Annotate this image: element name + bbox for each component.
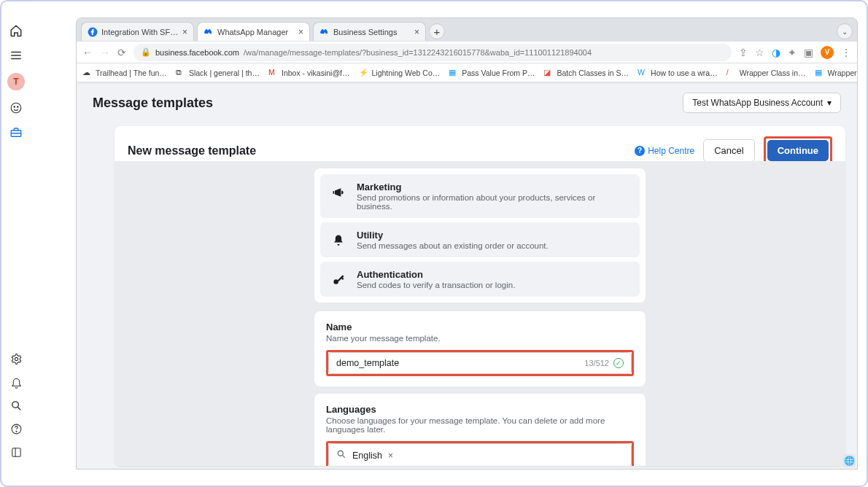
svg-line-10 bbox=[18, 407, 20, 410]
trailhead-icon: ☁ bbox=[82, 68, 93, 78]
tab-label: Business Settings bbox=[333, 28, 411, 36]
category-group: MarketingSend promotions or information … bbox=[314, 168, 646, 303]
page-content: Message templates Test WhatsApp Business… bbox=[77, 84, 857, 469]
profile-avatar[interactable]: V bbox=[821, 46, 834, 59]
new-tab-button[interactable]: + bbox=[429, 23, 445, 39]
category-title: Utility bbox=[357, 230, 549, 241]
form-column: MarketingSend promotions or information … bbox=[314, 168, 646, 466]
category-utility[interactable]: UtilitySend messages about an existing o… bbox=[320, 222, 640, 257]
svg-point-9 bbox=[12, 401, 18, 408]
bookmark-item[interactable]: /Wrapper Class in… bbox=[726, 68, 806, 78]
category-title: Marketing bbox=[357, 182, 631, 192]
extensions-icon[interactable]: ✦ bbox=[788, 47, 797, 58]
languages-label: Languages bbox=[326, 404, 634, 415]
languages-section: Languages Choose languages for your mess… bbox=[314, 394, 646, 466]
name-input-value: demo_template bbox=[336, 358, 584, 368]
svg-rect-13 bbox=[12, 448, 20, 456]
key-icon bbox=[329, 270, 348, 289]
url-domain: business.facebook.com bbox=[155, 48, 239, 57]
browser-tab-1[interactable]: WhatsApp Manager × bbox=[197, 22, 310, 41]
meta-favicon-icon bbox=[319, 27, 330, 37]
language-input[interactable]: English × bbox=[328, 443, 632, 466]
megaphone-icon bbox=[329, 183, 348, 202]
bookmark-item[interactable]: ◪Batch Classes in S… bbox=[543, 68, 629, 78]
name-char-counter: 13/512 bbox=[584, 359, 609, 367]
category-authentication[interactable]: AuthenticationSend codes to verify a tra… bbox=[320, 262, 640, 297]
bookmarks-bar: ☁Trailhead | The fun… ⧉Slack | general |… bbox=[77, 63, 857, 82]
notification-icon[interactable] bbox=[9, 375, 23, 389]
bookmark-item[interactable]: ⧉Slack | general | th… bbox=[176, 68, 260, 78]
language-chip-label: English bbox=[352, 451, 382, 461]
browser-window: Integration With SF - WhatsAp… × WhatsAp… bbox=[76, 17, 858, 470]
tenant-avatar[interactable]: T bbox=[7, 73, 25, 90]
gmail-icon: M bbox=[268, 68, 279, 78]
close-icon[interactable]: × bbox=[298, 27, 303, 37]
template-name-input[interactable]: demo_template 13/512 ✓ bbox=[328, 352, 632, 374]
help-centre-link[interactable]: ? Help Centre bbox=[635, 146, 694, 156]
shield-icon[interactable]: ◑ bbox=[772, 47, 780, 58]
page-header: Message templates Test WhatsApp Business… bbox=[77, 84, 857, 122]
close-icon[interactable]: × bbox=[182, 27, 187, 37]
toolbox-icon[interactable] bbox=[9, 125, 23, 140]
globe-icon[interactable]: 🌐 bbox=[842, 454, 856, 467]
collapse-icon[interactable] bbox=[9, 445, 23, 459]
highlight-name-input: demo_template 13/512 ✓ bbox=[326, 350, 634, 376]
highlight-language-input: English × bbox=[326, 441, 634, 466]
name-sublabel: Name your message template. bbox=[326, 334, 634, 343]
bookmark-item[interactable]: MInbox - vikasini@f… bbox=[268, 68, 350, 78]
chevron-down-icon[interactable]: ⌄ bbox=[837, 23, 853, 39]
facebook-favicon-icon bbox=[88, 27, 98, 37]
lock-icon: 🔒 bbox=[141, 47, 151, 57]
bookmark-item[interactable]: ▦Wrapper Class in… bbox=[815, 68, 857, 78]
svg-point-17 bbox=[338, 451, 343, 456]
toolbar-right: ⇪ ☆ ◑ ✦ ▣ V ⋮ bbox=[739, 46, 851, 59]
continue-button[interactable]: Continue bbox=[767, 140, 829, 161]
url-path: /wa/manage/message-templates/?business_i… bbox=[244, 48, 592, 57]
generic-bookmark-icon: W bbox=[638, 68, 648, 78]
bookmark-item[interactable]: ☁Trailhead | The fun… bbox=[82, 68, 167, 78]
app-left-sidebar: T bbox=[1, 17, 31, 470]
svg-point-16 bbox=[333, 279, 338, 284]
generic-bookmark-icon: ▦ bbox=[449, 68, 459, 78]
address-bar-row: ← → ⟳ 🔒 business.facebook.com/wa/manage/… bbox=[77, 42, 857, 63]
browser-tab-0[interactable]: Integration With SF - WhatsAp… × bbox=[81, 22, 194, 41]
help-icon: ? bbox=[635, 146, 645, 156]
svg-point-8 bbox=[15, 357, 18, 360]
account-selector[interactable]: Test WhatsApp Business Account ▾ bbox=[683, 93, 841, 113]
meta-favicon-icon bbox=[204, 27, 214, 37]
category-desc: Send promotions or information about you… bbox=[357, 193, 631, 211]
tab-label: WhatsApp Manager bbox=[217, 28, 295, 36]
face-icon[interactable] bbox=[9, 101, 23, 115]
bookmark-item[interactable]: WHow to use a wra… bbox=[638, 68, 718, 78]
settings-icon[interactable] bbox=[9, 351, 23, 366]
back-icon[interactable]: ← bbox=[82, 47, 93, 58]
panel-icon[interactable]: ▣ bbox=[804, 47, 813, 58]
close-icon[interactable]: × bbox=[414, 27, 419, 37]
svg-point-4 bbox=[14, 106, 15, 108]
name-section: Name Name your message template. demo_te… bbox=[314, 311, 646, 386]
svg-point-5 bbox=[18, 106, 19, 108]
name-label: Name bbox=[326, 322, 634, 332]
card-body: MarketingSend promotions or information … bbox=[115, 161, 845, 466]
svg-line-18 bbox=[342, 455, 344, 457]
remove-language-icon[interactable]: × bbox=[388, 451, 393, 461]
star-icon[interactable]: ☆ bbox=[755, 47, 764, 58]
account-label: Test WhatsApp Business Account bbox=[692, 98, 823, 108]
menu-icon[interactable] bbox=[9, 48, 23, 63]
tab-label: Integration With SF - WhatsAp… bbox=[101, 28, 179, 36]
category-marketing[interactable]: MarketingSend promotions or information … bbox=[320, 174, 640, 218]
reload-icon[interactable]: ⟳ bbox=[117, 47, 126, 58]
search-icon[interactable] bbox=[9, 398, 23, 413]
browser-tab-2[interactable]: Business Settings × bbox=[313, 22, 426, 41]
url-bar[interactable]: 🔒 business.facebook.com/wa/manage/messag… bbox=[133, 44, 732, 61]
search-icon bbox=[336, 449, 346, 461]
forward-icon[interactable]: → bbox=[100, 47, 110, 58]
cancel-button[interactable]: Cancel bbox=[703, 139, 754, 162]
bookmark-item[interactable]: ▦Pass Value From P… bbox=[449, 68, 535, 78]
kebab-icon[interactable]: ⋮ bbox=[841, 47, 851, 58]
help-icon[interactable] bbox=[9, 421, 23, 436]
home-icon[interactable] bbox=[9, 23, 23, 38]
bookmark-item[interactable]: ⚡Lightning Web Co… bbox=[359, 68, 441, 78]
share-icon[interactable]: ⇪ bbox=[739, 47, 748, 58]
slack-icon: ⧉ bbox=[176, 68, 186, 78]
